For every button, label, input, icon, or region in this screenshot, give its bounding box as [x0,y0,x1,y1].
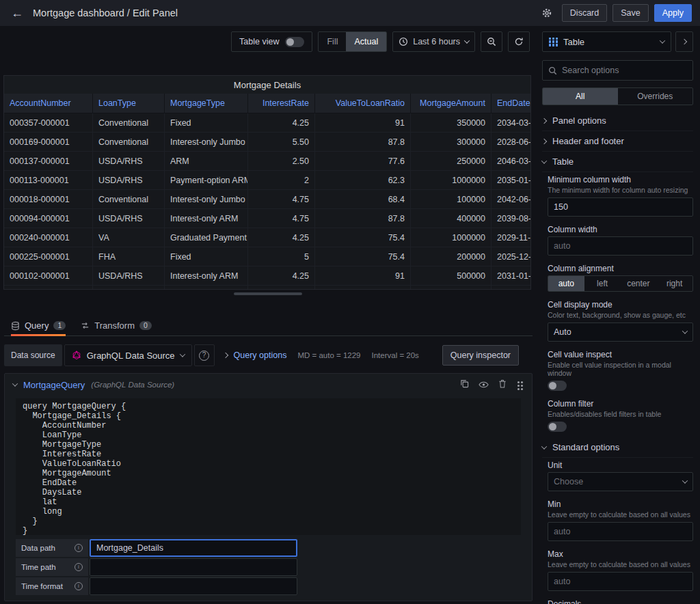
min-input[interactable] [548,522,693,541]
align-left-option[interactable]: left [584,276,621,291]
table-view-toggle[interactable] [285,37,304,47]
table-cell: 000169-000001 [4,133,93,152]
option-description: The minimum width for column auto resizi… [548,186,693,194]
table-cell: 87.8 [315,133,411,152]
table-cell: Fixed [165,247,248,266]
cell-display-mode-select[interactable]: Auto [548,322,693,342]
delete-query-button[interactable] [498,379,507,390]
info-icon: i [75,563,83,571]
datasource-help-button[interactable]: ? [194,344,215,366]
column-header[interactable]: InterestRate [248,94,315,113]
section-header-and-footer[interactable]: Header and footer [542,131,693,152]
unit-select[interactable]: Choose [548,472,693,491]
panel-resize-handle[interactable] [234,292,302,295]
section-title: Panel options [552,115,606,126]
tab-transform[interactable]: Transform 0 [81,316,152,335]
column-header[interactable]: MortgageType [165,94,248,113]
time-format-input[interactable] [90,577,297,595]
filter-tab-overrides[interactable]: Overrides [618,88,693,105]
table-row: 000113-000001USDA/RHSPayment-option ARM2… [4,171,530,190]
table-cell: 000225-000001 [4,247,93,266]
option-label: Column alignment [548,264,693,273]
query-options-toggle[interactable]: Query options MD = auto = 1229 Interval … [224,351,419,360]
section-panel-options[interactable]: Panel options [542,111,693,131]
actual-option[interactable]: Actual [346,32,386,51]
panel-title: Mortgage Details [4,76,530,94]
duplicate-query-button[interactable] [460,379,469,390]
datasource-picker[interactable]: GraphQL Data Source [64,344,192,366]
fill-option[interactable]: Fill [319,32,346,51]
table-cell: 350000 [411,113,492,133]
cell-value-inspect-toggle[interactable] [548,381,567,391]
option-label: Max [548,550,693,559]
table-cell: 000137-000001 [4,152,93,171]
section-table[interactable]: Table [542,152,693,172]
table-cell: FHA [93,247,165,266]
section-title: Header and footer [552,136,624,146]
save-button[interactable]: Save [612,4,649,22]
column-header[interactable]: AccountNumber [4,94,93,113]
query-name[interactable]: MortgageQuery [23,380,85,390]
time-path-input[interactable] [90,558,297,576]
table-cell: VA [93,228,165,247]
option-cell-display-mode: Cell display mode Color text, background… [542,297,693,347]
refresh-button[interactable] [508,31,530,52]
column-header[interactable]: ValueToLoanRatio [315,94,411,113]
align-auto-option[interactable]: auto [548,276,584,291]
filter-tab-all[interactable]: All [543,88,618,105]
time-path-row: Time path i [16,558,521,576]
option-max: Max Leave empty to calculate based on al… [542,547,693,596]
column-width-input[interactable] [548,236,693,256]
hide-query-button[interactable] [479,380,489,390]
option-label: Column width [548,225,693,234]
section-title: Table [552,156,574,167]
time-range-picker[interactable]: Last 6 hours [392,31,475,52]
column-header[interactable]: EndDate [492,94,530,113]
table-cell: Interest-only Jumbo [165,190,248,209]
select-value: Auto [554,327,571,337]
table-viewport[interactable]: AccountNumberLoanTypeMortgageTypeInteres… [4,94,530,289]
table-cell: 4.25 [248,228,315,247]
table-row: 000169-000001ConventionalInterest-only J… [4,133,530,152]
back-button[interactable]: ← [8,4,26,22]
table-cell: 000102-000001 [4,266,93,286]
minimum-column-width-input[interactable] [548,197,693,217]
zoom-out-button[interactable] [481,31,502,52]
table-cell: 2046-03-03 [492,152,530,171]
option-description: Leave empty to calculate based on all va… [548,510,693,519]
section-standard-options[interactable]: Standard options [542,437,693,458]
column-header[interactable]: MortgageAmount [411,94,492,113]
table-cell: 75.4 [315,228,411,247]
datasource-name: GraphQL Data Source [87,351,175,361]
tab-query[interactable]: Query 1 [11,316,66,335]
tab-query-label: Query [25,320,49,331]
table-cell: 75.4 [315,247,411,266]
table-cell: 62.3 [315,171,411,190]
column-filter-toggle[interactable] [548,422,567,432]
settings-button[interactable] [537,4,556,22]
max-input[interactable] [548,572,693,591]
align-right-option[interactable]: right [656,276,692,291]
drag-grip-icon[interactable] [517,381,520,383]
visualization-picker[interactable]: Table [542,31,671,52]
table-cell: USDA/RHS [93,266,165,286]
mortgage-table: AccountNumberLoanTypeMortgageTypeInteres… [4,94,530,289]
table-cell: 200000 [411,247,492,266]
collapse-query-icon[interactable] [12,381,18,386]
sidebar-collapse-button[interactable] [675,31,693,52]
table-cell: Interest-only ARM [165,266,248,286]
table-cell: 000357-000001 [4,113,93,133]
arrow-left-icon: ← [11,6,23,20]
discard-button[interactable]: Discard [562,4,607,22]
time-format-label: Time format i [16,577,88,595]
table-cell: 4.75 [248,209,315,228]
graphql-query-editor[interactable]: query MortgageQuery { Mortgage_Details {… [16,398,521,535]
options-search-input[interactable] [562,66,687,75]
data-path-input[interactable] [90,539,297,557]
align-center-option[interactable]: center [621,276,657,291]
apply-button[interactable]: Apply [654,4,692,22]
column-header[interactable]: LoanType [93,94,165,113]
query-inspector-button[interactable]: Query inspector [442,345,519,366]
chevron-down-icon [541,443,547,449]
table-cell: 1000000 [411,171,492,190]
